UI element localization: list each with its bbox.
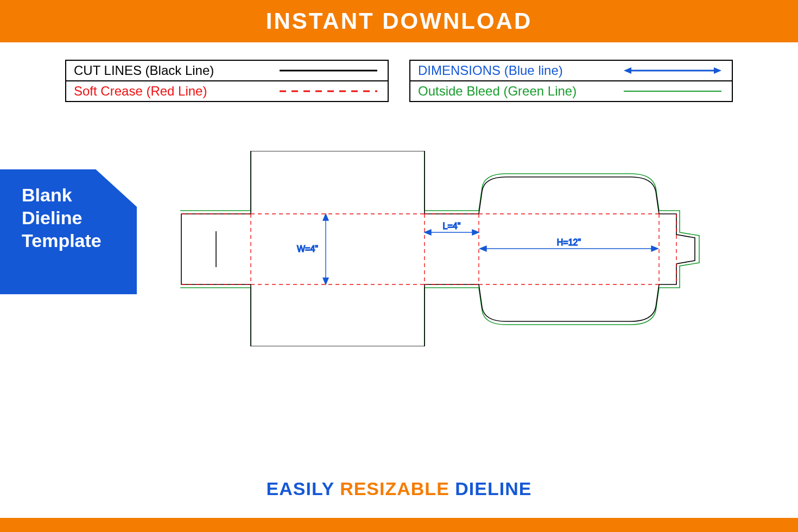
dim-W-label: W=4": [297, 244, 318, 254]
dieline-diagram: W=4" L=4" H=12": [180, 151, 701, 349]
svg-marker-24: [425, 230, 431, 235]
header-title: INSTANT DOWNLOAD: [266, 8, 533, 34]
legend-label-dimensions: DIMENSIONS (Blue line): [418, 63, 621, 78]
dim-H-label: H=12": [557, 238, 581, 247]
side-tab-line3: Template: [22, 229, 137, 252]
subtitle-word-3: DIELINE: [455, 478, 531, 499]
subtitle-word-1: EASILY: [267, 478, 334, 499]
side-tab: Blank Dieline Template: [0, 169, 137, 294]
side-tab-line1: Blank: [22, 183, 137, 206]
dim-L-label: L=4": [443, 221, 461, 231]
legend-left-column: CUT LINES (Black Line) Soft Crease (Red …: [65, 60, 389, 102]
legend-label-crease: Soft Crease (Red Line): [74, 84, 277, 99]
legend-row-soft-crease: Soft Crease (Red Line): [66, 80, 388, 101]
legend-right-column: DIMENSIONS (Blue line) Outside Bleed (Gr…: [409, 60, 733, 102]
svg-marker-3: [624, 67, 631, 74]
crease-lines: [181, 214, 676, 284]
legend-row-bleed: Outside Bleed (Green Line): [410, 80, 732, 101]
legend-sample-solid-green: [621, 81, 724, 101]
svg-marker-28: [651, 246, 658, 251]
header-banner: INSTANT DOWNLOAD: [0, 0, 798, 42]
svg-marker-27: [480, 246, 486, 251]
legend-row-dimensions: DIMENSIONS (Blue line): [410, 61, 732, 80]
legend-sample-arrow-blue: [621, 61, 724, 80]
svg-marker-21: [323, 214, 328, 220]
legend-sample-dashed-red: [277, 81, 380, 101]
side-tab-line2: Dieline: [22, 206, 137, 229]
subtitle-word-2: RESIZABLE: [340, 478, 449, 499]
legend: CUT LINES (Black Line) Soft Crease (Red …: [65, 60, 733, 102]
subtitle: EASILY RESIZABLE DIELINE: [0, 478, 798, 499]
svg-marker-25: [472, 230, 479, 235]
dimension-annotations: W=4" L=4" H=12": [297, 214, 658, 284]
legend-sample-solid-black: [277, 61, 380, 80]
svg-marker-22: [323, 278, 328, 284]
legend-label-bleed: Outside Bleed (Green Line): [418, 84, 621, 99]
svg-marker-4: [714, 67, 721, 74]
legend-row-cut-lines: CUT LINES (Black Line): [66, 61, 388, 80]
footer-banner: [0, 518, 798, 532]
legend-label-cut: CUT LINES (Black Line): [74, 63, 277, 78]
